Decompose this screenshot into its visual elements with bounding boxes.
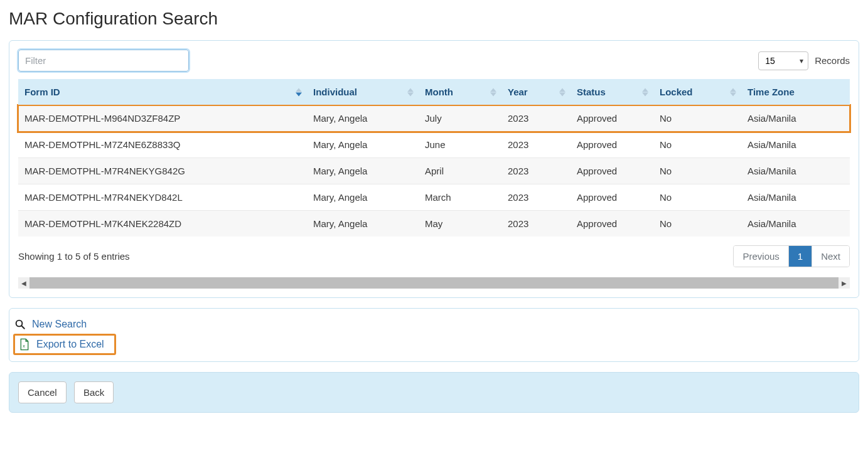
- cell-individual: Mary, Angela: [307, 132, 419, 158]
- cell-tz: Asia/Manila: [741, 211, 850, 237]
- column-header[interactable]: Month: [419, 79, 501, 105]
- cell-individual: Mary, Angela: [307, 105, 419, 132]
- column-label: Individual: [313, 87, 357, 97]
- export-excel-link[interactable]: x Export to Excel: [13, 334, 116, 355]
- cell-locked: No: [653, 158, 741, 184]
- cancel-button[interactable]: Cancel: [18, 381, 67, 403]
- cell-locked: No: [653, 211, 741, 237]
- cell-form_id: MAR-DEMOTPHL-M7R4NEKYG842G: [18, 158, 307, 184]
- cell-status: Approved: [571, 211, 653, 237]
- column-label: Month: [425, 87, 453, 97]
- excel-file-icon: x: [19, 338, 30, 351]
- cell-year: 2023: [501, 158, 571, 184]
- sort-icon: [730, 88, 736, 96]
- back-button[interactable]: Back: [74, 381, 114, 403]
- cell-status: Approved: [571, 132, 653, 158]
- table-row[interactable]: MAR-DEMOTPHL-M964ND3ZF84ZPMary, AngelaJu…: [18, 105, 850, 132]
- sort-icon: [642, 88, 648, 96]
- cell-year: 2023: [501, 132, 571, 158]
- cell-month: May: [419, 211, 501, 237]
- cell-status: Approved: [571, 184, 653, 211]
- cell-year: 2023: [501, 105, 571, 132]
- cell-month: June: [419, 132, 501, 158]
- cell-form_id: MAR-DEMOTPHL-M7R4NEKYD842L: [18, 184, 307, 211]
- cell-tz: Asia/Manila: [741, 158, 850, 184]
- search-results-panel: 15 ▾ Records Form IDIndividualMonthYearS…: [9, 40, 859, 298]
- table-row[interactable]: MAR-DEMOTPHL-M7R4NEKYD842LMary, AngelaMa…: [18, 184, 850, 211]
- scroll-right-icon[interactable]: ▶: [839, 277, 850, 289]
- cell-locked: No: [653, 132, 741, 158]
- new-search-label: New Search: [32, 319, 87, 330]
- cell-status: Approved: [571, 158, 653, 184]
- column-label: Year: [508, 87, 528, 97]
- cell-year: 2023: [501, 211, 571, 237]
- column-header[interactable]: Locked: [653, 79, 741, 105]
- cell-month: March: [419, 184, 501, 211]
- cell-month: July: [419, 105, 501, 132]
- page-next[interactable]: Next: [812, 246, 849, 267]
- column-label: Time Zone: [747, 87, 795, 97]
- records-label: Records: [815, 55, 850, 66]
- records-select[interactable]: 15: [758, 51, 808, 70]
- cell-individual: Mary, Angela: [307, 184, 419, 211]
- column-header: Time Zone: [741, 79, 850, 105]
- column-label: Locked: [660, 87, 693, 97]
- cell-form_id: MAR-DEMOTPHL-M7Z4NE6Z8833Q: [18, 132, 307, 158]
- page-previous[interactable]: Previous: [734, 246, 788, 267]
- column-header[interactable]: Year: [501, 79, 571, 105]
- table-row[interactable]: MAR-DEMOTPHL-M7Z4NE6Z8833QMary, AngelaJu…: [18, 132, 850, 158]
- filter-input[interactable]: [18, 50, 189, 72]
- column-label: Form ID: [24, 87, 60, 97]
- cell-tz: Asia/Manila: [741, 184, 850, 211]
- cell-form_id: MAR-DEMOTPHL-M964ND3ZF84ZP: [18, 105, 307, 132]
- cell-tz: Asia/Manila: [741, 105, 850, 132]
- cell-year: 2023: [501, 184, 571, 211]
- actions-panel: New Search x Export to Excel: [9, 308, 859, 362]
- cell-individual: Mary, Angela: [307, 211, 419, 237]
- page-title: MAR Configuration Search: [9, 9, 859, 29]
- table-row[interactable]: MAR-DEMOTPHL-M7R4NEKYG842GMary, AngelaAp…: [18, 158, 850, 184]
- sort-icon: [407, 88, 414, 96]
- results-table: Form IDIndividualMonthYearStatusLockedTi…: [18, 79, 850, 236]
- column-header[interactable]: Individual: [307, 79, 419, 105]
- new-search-link[interactable]: New Search: [13, 315, 855, 334]
- scroll-left-icon[interactable]: ◀: [18, 277, 29, 289]
- pagination: Previous 1 Next: [733, 245, 850, 267]
- sort-icon: [490, 88, 496, 96]
- search-icon: [14, 319, 26, 330]
- sort-icon: [559, 88, 565, 96]
- cell-status: Approved: [571, 105, 653, 132]
- column-label: Status: [577, 87, 606, 97]
- cell-month: April: [419, 158, 501, 184]
- cell-form_id: MAR-DEMOTPHL-M7K4NEK2284ZD: [18, 211, 307, 237]
- horizontal-scrollbar[interactable]: ◀ ▶: [18, 277, 850, 289]
- sort-icon: [296, 88, 302, 96]
- export-excel-label: Export to Excel: [36, 339, 104, 350]
- cell-tz: Asia/Manila: [741, 132, 850, 158]
- page-number[interactable]: 1: [788, 246, 812, 267]
- cell-individual: Mary, Angela: [307, 158, 419, 184]
- entries-summary: Showing 1 to 5 of 5 entries: [18, 251, 130, 262]
- cell-locked: No: [653, 105, 741, 132]
- svg-line-1: [21, 326, 24, 329]
- column-header[interactable]: Status: [571, 79, 653, 105]
- table-row[interactable]: MAR-DEMOTPHL-M7K4NEK2284ZDMary, AngelaMa…: [18, 211, 850, 237]
- svg-text:x: x: [23, 344, 25, 349]
- bottom-button-bar: Cancel Back: [9, 372, 859, 413]
- column-header[interactable]: Form ID: [18, 79, 307, 105]
- cell-locked: No: [653, 184, 741, 211]
